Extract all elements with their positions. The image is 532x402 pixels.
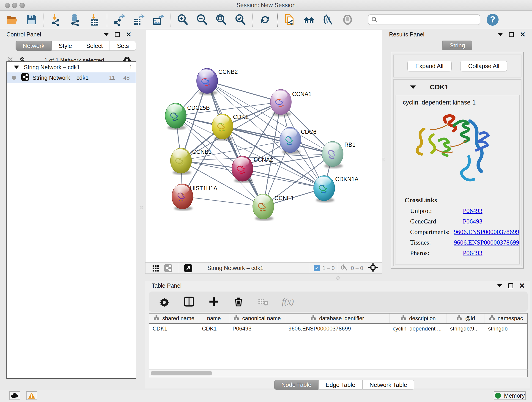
string-view-icon[interactable] bbox=[162, 262, 174, 274]
tab-sets[interactable]: Sets bbox=[110, 41, 136, 51]
column-header-database-identifier[interactable]: database identifier bbox=[285, 313, 389, 323]
column-header-shared-name[interactable]: shared name bbox=[149, 313, 199, 323]
fit-content-crosshair-icon[interactable] bbox=[368, 263, 378, 274]
network-edge-CCNB2-CCNA1[interactable] bbox=[207, 81, 281, 102]
home-databases-icon[interactable] bbox=[303, 13, 315, 26]
column-header-canonical-name[interactable]: canonical name bbox=[229, 313, 285, 323]
open-session-icon[interactable] bbox=[6, 13, 18, 26]
network-node-CCNA2[interactable]: CCNA2 bbox=[232, 156, 273, 183]
column-header-namespac[interactable]: namespac bbox=[485, 313, 527, 323]
network-node-CCNE1[interactable]: CCNE1 bbox=[253, 194, 294, 221]
tab-string[interactable]: String bbox=[443, 41, 472, 50]
zoom-in-icon[interactable] bbox=[177, 13, 189, 26]
highlight-icon[interactable] bbox=[341, 13, 354, 26]
tab-edge-table[interactable]: Edge Table bbox=[318, 380, 362, 390]
search-input[interactable] bbox=[378, 17, 474, 23]
crosslink-link[interactable]: P06493 bbox=[463, 249, 482, 257]
tab-style[interactable]: Style bbox=[51, 41, 79, 51]
selected-nodes-checkbox-icon[interactable]: ✓ bbox=[314, 265, 320, 271]
expand-all-button[interactable]: Expand All bbox=[407, 61, 452, 71]
memory-button[interactable]: Memory bbox=[494, 391, 526, 400]
network-node-CDC6[interactable]: CDC6 bbox=[280, 128, 317, 154]
help-button[interactable]: ? bbox=[487, 14, 499, 26]
column-header-description[interactable]: description bbox=[389, 313, 447, 323]
table-cell[interactable]: CDK1 bbox=[199, 324, 229, 334]
table-cell[interactable]: P06493 bbox=[229, 324, 285, 334]
table-horizontal-scrollbar[interactable] bbox=[149, 370, 528, 377]
close-panel-icon[interactable]: ✕ bbox=[126, 32, 132, 37]
tab-node-table[interactable]: Node Table bbox=[274, 380, 318, 390]
collapse-all-button[interactable]: Collapse All bbox=[460, 61, 507, 71]
table-row[interactable]: CDK1CDK1P064939606.ENSP00000378699cyclin… bbox=[149, 324, 527, 334]
float-panel-icon[interactable] bbox=[509, 32, 514, 37]
crosslink-link[interactable]: P06493 bbox=[463, 207, 482, 215]
show-columns-icon[interactable] bbox=[183, 295, 195, 308]
bottom-splitter-handle[interactable] bbox=[336, 276, 340, 280]
column-header--id[interactable]: @id bbox=[447, 313, 485, 323]
toolbar-search[interactable] bbox=[368, 14, 480, 25]
collapse-panel-icon[interactable] bbox=[497, 284, 502, 287]
table-cell[interactable]: cyclin–dependent ... bbox=[389, 324, 447, 334]
network-edge-CCNA2-CDKN1A[interactable] bbox=[242, 169, 324, 188]
zoom-fit-icon[interactable] bbox=[215, 13, 227, 26]
crosslink-link[interactable]: 9606.ENSP00000378699 bbox=[454, 228, 519, 236]
hidden-items-eye-icon[interactable] bbox=[341, 263, 349, 273]
network-node-CCNB2[interactable]: CCNB2 bbox=[196, 68, 238, 95]
zoom-selected-icon[interactable] bbox=[234, 13, 247, 26]
close-panel-icon[interactable]: ✕ bbox=[519, 283, 525, 288]
network-node-CDC25B[interactable]: CDC25B bbox=[165, 103, 210, 130]
import-table-file-icon[interactable] bbox=[89, 13, 101, 26]
close-panel-icon[interactable]: ✕ bbox=[520, 32, 526, 37]
close-window-button[interactable] bbox=[5, 3, 10, 8]
tab-network-table[interactable]: Network Table bbox=[362, 380, 414, 390]
left-splitter-handle[interactable] bbox=[140, 206, 143, 209]
zoom-window-button[interactable] bbox=[19, 3, 25, 8]
table-cell[interactable]: stringdb bbox=[485, 324, 527, 334]
network-canvas[interactable]: CCNB2CCNA1CDC25BCDK1CDC6RB1CCNB1CCNA2CDK… bbox=[146, 30, 382, 263]
table-options-gear-icon[interactable] bbox=[158, 295, 171, 308]
float-panel-icon[interactable] bbox=[508, 283, 513, 288]
clone-network-icon[interactable] bbox=[284, 13, 296, 26]
tree-expander-icon[interactable] bbox=[14, 65, 19, 69]
table-cell[interactable]: CDK1 bbox=[149, 324, 199, 334]
warnings-button[interactable] bbox=[26, 391, 37, 400]
network-node-CDKN1A[interactable]: CDKN1A bbox=[314, 176, 359, 202]
export-table-icon[interactable] bbox=[133, 13, 145, 26]
crosslink-row: Pharos:P06493 bbox=[410, 249, 519, 257]
cloud-status-button[interactable] bbox=[9, 391, 20, 400]
import-network-database-icon[interactable] bbox=[69, 13, 82, 26]
zoom-out-icon[interactable] bbox=[196, 13, 208, 26]
add-column-icon[interactable] bbox=[208, 295, 220, 308]
function-builder-icon[interactable]: f(x) bbox=[282, 297, 294, 307]
export-network-icon[interactable] bbox=[113, 13, 126, 26]
column-header-name[interactable]: name bbox=[199, 313, 229, 323]
network-collection-row[interactable]: String Network – cdk1 1 bbox=[7, 62, 136, 72]
collapse-panel-icon[interactable] bbox=[104, 33, 109, 36]
network-node-HIST1H1A[interactable]: HIST1H1A bbox=[172, 184, 217, 211]
gene-section-header[interactable]: CDK1 bbox=[394, 80, 521, 95]
birdseye-grid-icon[interactable] bbox=[150, 262, 162, 274]
delete-table-icon[interactable] bbox=[257, 295, 269, 308]
crosslink-link[interactable]: P06493 bbox=[463, 218, 482, 225]
save-session-icon[interactable] bbox=[25, 13, 38, 26]
network-row[interactable]: String Network – cdk1 11 48 bbox=[7, 72, 136, 83]
open-in-window-icon[interactable] bbox=[182, 262, 194, 274]
collapse-panel-icon[interactable] bbox=[498, 33, 503, 36]
network-node-CDK1[interactable]: CDK1 bbox=[212, 114, 248, 141]
network-edge-HIST1H1A-CCNE1[interactable] bbox=[182, 196, 263, 206]
table-cell[interactable]: stringdb:9... bbox=[447, 324, 485, 334]
scrollbar-thumb[interactable] bbox=[151, 371, 212, 375]
crosslink-link[interactable]: 9606.ENSP00000378699 bbox=[454, 239, 519, 246]
tab-select[interactable]: Select bbox=[79, 41, 110, 51]
refresh-icon[interactable] bbox=[259, 13, 271, 26]
tab-network[interactable]: Network bbox=[16, 41, 51, 51]
float-panel-icon[interactable] bbox=[115, 32, 120, 37]
minimize-window-button[interactable] bbox=[12, 3, 17, 8]
export-image-icon[interactable] bbox=[152, 13, 164, 26]
gene-expander-icon[interactable] bbox=[410, 85, 416, 89]
import-network-file-icon[interactable] bbox=[50, 13, 62, 26]
network-node-RB1[interactable]: RB1 bbox=[322, 141, 355, 168]
hide-unselected-icon[interactable] bbox=[322, 13, 335, 26]
table-cell[interactable]: 9606.ENSP00000378699 bbox=[285, 324, 389, 334]
delete-column-icon[interactable] bbox=[232, 295, 245, 308]
